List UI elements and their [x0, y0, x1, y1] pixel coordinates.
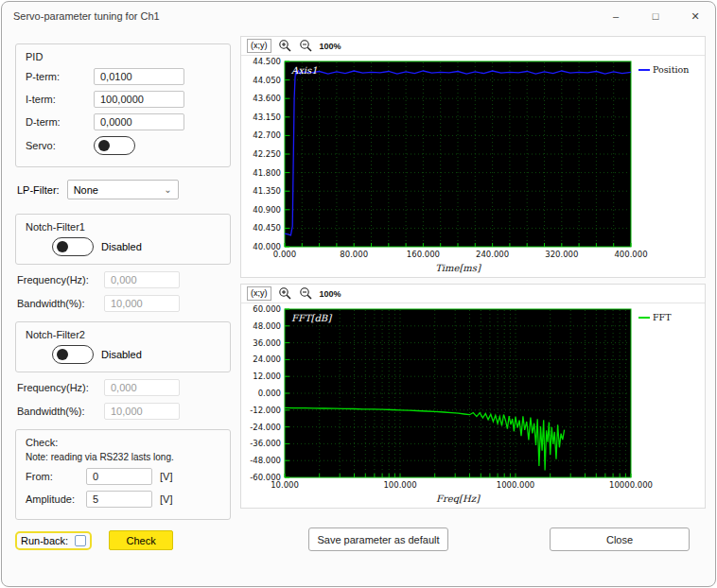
svg-text:Position: Position — [653, 64, 689, 75]
notch2-frequency-label: Frequency(Hz): — [17, 382, 104, 393]
notch-filter1-toggle[interactable] — [52, 237, 94, 256]
check-group: Check: Note: reading via RS232 lasts lon… — [15, 429, 231, 520]
svg-text:320.000: 320.000 — [545, 250, 578, 259]
svg-text:10.000: 10.000 — [271, 480, 299, 490]
footer-buttons: Save parameter as default Close — [240, 514, 706, 551]
svg-text:160.000: 160.000 — [407, 250, 440, 259]
pid-group: PID P-term: I-term: D-term: Servo: — [15, 43, 231, 167]
svg-text:24.000: 24.000 — [253, 355, 281, 364]
position-chart: 44.50044.05043.60043.15042.70042.25041.8… — [241, 56, 693, 273]
from-unit: [V] — [160, 471, 172, 482]
i-term-input[interactable] — [94, 91, 184, 108]
svg-text:43.150: 43.150 — [253, 112, 281, 122]
d-term-row: D-term: — [26, 113, 220, 130]
dialog-body: PID P-term: I-term: D-term: Servo: — [2, 30, 715, 586]
fft-chart-panel: (x;y) — [240, 284, 706, 509]
check-group-label: Check: — [26, 437, 220, 448]
notch1-frequency-row: Frequency(Hz): — [17, 271, 231, 288]
i-term-row: I-term: — [26, 91, 220, 108]
lp-filter-value: None — [74, 184, 98, 196]
notch-filter1-toggle-row: Disabled — [52, 237, 220, 256]
svg-text:400.000: 400.000 — [614, 250, 647, 259]
notch2-frequency-row: Frequency(Hz): — [17, 379, 231, 396]
runback-highlight: Run-back: — [17, 533, 90, 548]
notch2-bandwidth-row: Bandwidth(%): — [17, 403, 231, 420]
svg-text:-12.000: -12.000 — [250, 406, 281, 415]
i-term-label: I-term: — [26, 94, 94, 105]
runback-label: Run-back: — [21, 535, 68, 546]
toggle-knob — [98, 140, 110, 151]
notch-filter1-group: Notch-Filter1 Disabled — [15, 214, 231, 265]
notch1-bandwidth-label: Bandwidth(%): — [17, 298, 104, 309]
zoom-out-icon[interactable] — [299, 286, 313, 301]
minimize-button[interactable]: – — [596, 2, 636, 30]
runback-checkbox[interactable] — [75, 535, 86, 546]
chevron-down-icon: ⌄ — [164, 185, 171, 195]
maximize-button[interactable]: □ — [636, 2, 675, 30]
notch2-frequency-input — [104, 379, 180, 396]
zoom-in-icon[interactable] — [278, 286, 292, 301]
d-term-input[interactable] — [94, 113, 184, 130]
titlebar: Servo-parameter tuning for Ch1 – □ ✕ — [2, 2, 715, 30]
svg-text:Time[ms]: Time[ms] — [435, 263, 481, 273]
window-controls: – □ ✕ — [596, 2, 715, 30]
lp-filter-select[interactable]: None ⌄ — [67, 180, 179, 199]
notch-filter2-label: Notch-Filter2 — [26, 329, 220, 340]
parameter-panel: PID P-term: I-term: D-term: Servo: — [15, 34, 231, 586]
svg-text:10000.000: 10000.000 — [609, 480, 653, 490]
svg-text:43.600: 43.600 — [253, 94, 281, 103]
p-term-row: P-term: — [26, 68, 220, 85]
notch1-frequency-label: Frequency(Hz): — [17, 274, 104, 285]
position-chart-panel: (x;y) — [240, 36, 706, 278]
svg-text:240.000: 240.000 — [476, 250, 509, 259]
notch1-bandwidth-input — [104, 295, 180, 312]
svg-text:1000.000: 1000.000 — [497, 480, 535, 490]
svg-text:Freq[Hz]: Freq[Hz] — [436, 493, 481, 504]
servo-label: Servo: — [26, 140, 94, 151]
zoom-in-icon[interactable] — [278, 39, 292, 53]
zoom-out-icon[interactable] — [299, 39, 313, 53]
save-parameter-button[interactable]: Save parameter as default — [308, 527, 448, 551]
from-input[interactable] — [86, 468, 152, 485]
zoom-level-label: 100% — [320, 42, 341, 51]
close-button[interactable]: Close — [550, 527, 690, 551]
svg-text:-48.000: -48.000 — [250, 456, 281, 465]
notch-filter2-toggle-row: Disabled — [52, 345, 220, 364]
svg-text:60.000: 60.000 — [253, 304, 281, 314]
notch1-frequency-input — [104, 271, 180, 288]
p-term-label: P-term: — [26, 71, 94, 82]
svg-text:48.000: 48.000 — [253, 321, 281, 331]
check-button[interactable]: Check — [109, 530, 173, 550]
svg-text:FFT: FFT — [653, 312, 672, 322]
from-label: From: — [26, 471, 86, 482]
notch1-bandwidth-row: Bandwidth(%): — [17, 295, 231, 312]
from-row: From: [V] — [26, 468, 220, 485]
lp-filter-label: LP-Filter: — [17, 184, 60, 196]
notch-filter2-group: Notch-Filter2 Disabled — [15, 321, 231, 372]
notch2-bandwidth-input — [104, 403, 180, 420]
svg-text:100.000: 100.000 — [383, 480, 416, 490]
toggle-knob — [57, 241, 68, 252]
svg-text:80.000: 80.000 — [340, 250, 368, 259]
dialog-window: Servo-parameter tuning for Ch1 – □ ✕ PID… — [1, 1, 716, 587]
amplitude-row: Amplitude: [V] — [26, 491, 220, 508]
close-icon[interactable]: ✕ — [675, 2, 715, 30]
servo-row: Servo: — [26, 136, 220, 155]
fft-chart-toolbar: (x;y) — [241, 285, 705, 303]
p-term-input[interactable] — [94, 68, 184, 85]
xy-coordinates-button[interactable]: (x;y) — [247, 39, 271, 53]
svg-text:42.700: 42.700 — [253, 130, 281, 140]
amplitude-label: Amplitude: — [26, 493, 86, 505]
amplitude-input[interactable] — [86, 491, 152, 508]
svg-text:41.800: 41.800 — [253, 168, 281, 178]
servo-toggle[interactable] — [94, 136, 135, 155]
notch-filter2-toggle[interactable] — [52, 345, 94, 364]
notch2-bandwidth-label: Bandwidth(%): — [17, 406, 104, 417]
window-title: Servo-parameter tuning for Ch1 — [13, 10, 160, 22]
svg-text:0.000: 0.000 — [273, 250, 296, 259]
chart-panel-column: (x;y) — [240, 34, 706, 586]
runback-row: Run-back: Check — [17, 530, 231, 550]
pid-group-label: PID — [26, 51, 220, 62]
xy-coordinates-button[interactable]: (x;y) — [247, 286, 271, 301]
svg-text:0.000: 0.000 — [258, 389, 281, 398]
